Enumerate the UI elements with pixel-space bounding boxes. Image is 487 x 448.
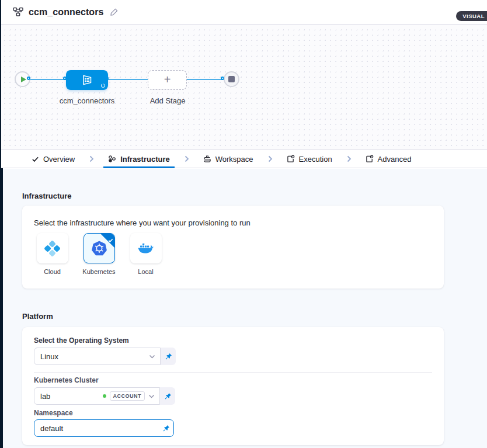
tab-label: Infrastructure xyxy=(120,155,170,164)
namespace-pin-button[interactable] xyxy=(162,425,170,432)
cloud-icon xyxy=(44,241,60,256)
pipeline-end-node xyxy=(224,71,239,87)
os-field-label: Select the Operating System xyxy=(34,336,129,345)
left-nav-edge xyxy=(0,168,3,448)
tab-advanced[interactable]: Advanced xyxy=(361,150,416,168)
tab-label: Overview xyxy=(43,155,75,164)
option-local[interactable]: Local xyxy=(127,233,164,275)
cluster-value: lab xyxy=(40,392,103,401)
section-divider xyxy=(34,372,432,373)
os-value: Linux xyxy=(40,352,149,361)
chevron-right-icon xyxy=(175,150,199,168)
visual-yaml-toggle[interactable]: VISUAL xyxy=(456,11,487,21)
play-icon xyxy=(21,77,26,82)
pin-icon xyxy=(164,393,172,400)
namespace-field-label: Namespace xyxy=(34,409,73,417)
advanced-icon xyxy=(366,155,374,163)
platform-heading: Platform xyxy=(22,312,53,321)
cluster-pin-button[interactable] xyxy=(160,387,175,405)
stage-node-ccm-connectors[interactable] xyxy=(66,70,108,90)
os-field: Linux xyxy=(34,348,176,365)
check-icon xyxy=(32,155,39,163)
namespace-field xyxy=(34,419,174,437)
pin-icon xyxy=(165,353,172,360)
execution-icon xyxy=(287,155,295,163)
infrastructure-prompt: Select the infrastructure where you want… xyxy=(34,218,251,227)
selected-check-icon xyxy=(108,235,113,245)
edit-pencil-icon[interactable] xyxy=(110,8,119,16)
infrastructure-heading: Infrastructure xyxy=(22,192,72,200)
plus-icon: + xyxy=(164,74,171,85)
cluster-select[interactable]: lab ACCOUNT xyxy=(34,387,160,405)
stop-icon xyxy=(228,76,235,82)
os-select[interactable]: Linux xyxy=(34,348,161,365)
chevron-down-icon xyxy=(148,394,155,398)
pipeline-icon xyxy=(13,7,23,17)
infrastructure-options: Cloud xyxy=(34,233,164,275)
option-label: Kubernetes xyxy=(82,268,115,275)
pipeline-header: ccm_connectors VISUAL xyxy=(0,0,487,25)
infrastructure-tab-panel: Infrastructure Select the infrastructure… xyxy=(0,169,487,448)
namespace-input[interactable] xyxy=(36,424,162,433)
chevron-right-icon xyxy=(337,150,361,168)
scope-badge: ACCOUNT xyxy=(110,391,145,401)
tab-label: Advanced xyxy=(378,155,412,164)
chevron-down-icon xyxy=(149,355,155,359)
pipeline-edge xyxy=(30,79,225,80)
stage-label: ccm_connectors xyxy=(48,96,126,105)
connector-dot xyxy=(27,77,30,80)
add-stage-button[interactable]: + xyxy=(148,70,187,90)
platform-card: Select the Operating System Linux Kubern… xyxy=(22,327,444,445)
tab-label: Workspace xyxy=(215,155,253,164)
namespace-input-wrap xyxy=(34,419,174,437)
cluster-field-label: Kubernetes Cluster xyxy=(34,376,99,384)
pin-icon xyxy=(162,425,170,432)
left-nav-edge xyxy=(0,0,1,168)
tab-overview[interactable]: Overview xyxy=(27,150,79,168)
option-label: Local xyxy=(138,268,153,275)
workspace-icon xyxy=(203,155,211,163)
option-kubernetes[interactable]: Kubernetes xyxy=(81,233,117,275)
cloud-tile[interactable] xyxy=(37,233,68,263)
page-title: ccm_connectors xyxy=(29,7,104,18)
docker-icon xyxy=(137,242,155,255)
chevron-right-icon xyxy=(258,150,282,168)
power-icon xyxy=(100,83,106,88)
tab-infrastructure[interactable]: Infrastructure xyxy=(103,150,175,168)
add-stage-label: Add Stage xyxy=(144,96,191,105)
option-cloud[interactable]: Cloud xyxy=(34,233,71,275)
pipeline-canvas: ccm_connectors + Add Stage xyxy=(0,25,487,150)
kubernetes-tile[interactable] xyxy=(84,233,115,263)
cluster-field: lab ACCOUNT xyxy=(34,387,175,405)
chevron-right-icon xyxy=(79,150,103,168)
tab-label: Execution xyxy=(299,155,332,164)
infrastructure-stage-icon xyxy=(80,73,94,87)
tab-workspace[interactable]: Workspace xyxy=(199,150,258,168)
connected-status-dot xyxy=(103,394,106,398)
infrastructure-card: Select the infrastructure where you want… xyxy=(22,206,444,289)
local-tile[interactable] xyxy=(130,233,162,263)
stage-tab-bar: Overview Infrastructure Workspace Execut… xyxy=(0,150,487,168)
tab-execution[interactable]: Execution xyxy=(282,150,337,168)
os-pin-button[interactable] xyxy=(161,348,176,365)
infrastructure-icon xyxy=(108,155,116,163)
option-label: Cloud xyxy=(44,268,61,275)
